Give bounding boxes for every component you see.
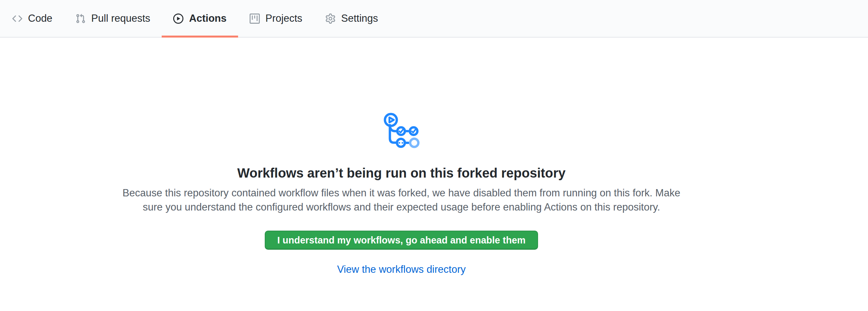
workflow-illustration-icon (380, 110, 423, 152)
tab-projects-label: Projects (266, 12, 302, 24)
tab-settings-label: Settings (341, 12, 378, 24)
code-icon (12, 13, 22, 24)
description-text: Because this repository contained workfl… (123, 186, 680, 214)
tab-projects[interactable]: Projects (238, 0, 314, 37)
enable-workflows-button[interactable]: I understand my workflows, go ahead and … (265, 230, 538, 250)
tab-actions-label: Actions (189, 12, 226, 24)
gear-icon (326, 13, 336, 24)
description-line-1: Because this repository contained workfl… (123, 186, 680, 200)
view-workflows-directory-link[interactable]: View the workflows directory (337, 263, 466, 275)
tab-pull-requests-label: Pull requests (91, 12, 150, 24)
tab-pull-requests[interactable]: Pull requests (64, 0, 162, 37)
project-icon (250, 13, 260, 24)
actions-blankslate: Workflows aren’t being run on this forke… (0, 37, 803, 275)
tab-actions[interactable]: Actions (162, 0, 238, 37)
tab-code-label: Code (28, 12, 52, 24)
repo-tab-nav: Code Pull requests Actions Projects Sett… (0, 0, 868, 37)
description-line-2: sure you understand the configured workf… (123, 200, 680, 214)
tab-settings[interactable]: Settings (314, 0, 390, 37)
tab-code[interactable]: Code (1, 0, 64, 37)
page-title: Workflows aren’t being run on this forke… (237, 165, 565, 181)
git-pull-request-icon (75, 13, 86, 24)
play-icon (173, 13, 183, 24)
